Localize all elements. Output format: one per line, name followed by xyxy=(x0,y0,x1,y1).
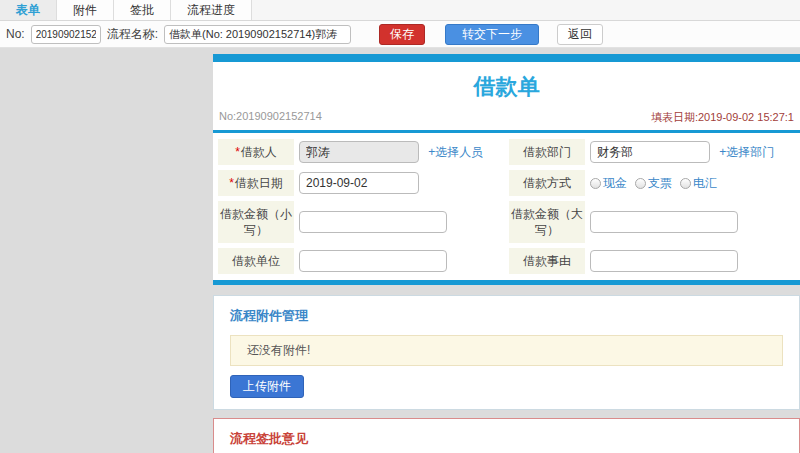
table-row: 借款单位 借款事由 xyxy=(218,248,795,274)
borrower-label-cell: *借款人 xyxy=(218,139,294,165)
amount-small-field-cell xyxy=(299,201,504,243)
amount-small-label: 借款金额（小写） xyxy=(220,207,292,237)
date-label: 借款日期 xyxy=(235,176,283,190)
tab-attachments[interactable]: 附件 xyxy=(57,0,114,20)
attachments-panel: 流程附件管理 还没有附件! 上传附件 xyxy=(213,295,800,410)
amount-big-label-cell: 借款金额（大写） xyxy=(509,201,585,243)
tab-process-progress[interactable]: 流程进度 xyxy=(171,0,252,20)
date-label-cell: *借款日期 xyxy=(218,170,294,196)
method-label-cell: 借款方式 xyxy=(509,170,585,196)
dept-input[interactable] xyxy=(590,141,710,163)
select-dept-link[interactable]: +选择部门 xyxy=(719,145,774,159)
action-toolbar: No: 流程名称: 保存 转交下一步 返回 xyxy=(0,21,800,48)
reason-field-cell xyxy=(590,248,795,274)
unit-label: 借款单位 xyxy=(232,254,280,268)
main-content: 借款单 No:20190902152714 填表日期:2019-09-02 15… xyxy=(213,54,800,453)
select-person-link[interactable]: +选择人员 xyxy=(428,145,483,159)
no-input[interactable] xyxy=(31,25,101,44)
unit-label-cell: 借款单位 xyxy=(218,248,294,274)
date-field-cell xyxy=(299,170,504,196)
radio-cash-label: 现金 xyxy=(603,175,627,192)
loan-method-radio-group: 现金 支票 电汇 xyxy=(590,175,795,192)
amount-small-label-cell: 借款金额（小写） xyxy=(218,201,294,243)
reason-label: 借款事由 xyxy=(523,254,571,268)
approval-panel: 流程签批意见 B I abc xyxy=(213,418,800,453)
loan-form-table: *借款人 +选择人员 借款部门 +选择部门 *借款日期 xyxy=(213,134,800,279)
radio-cash[interactable]: 现金 xyxy=(590,175,627,192)
table-row: *借款日期 借款方式 现金 支票 xyxy=(218,170,795,196)
form-meta-row: No:20190902152714 填表日期:2019-09-02 15:27:… xyxy=(213,110,800,130)
method-label: 借款方式 xyxy=(523,176,571,190)
reason-label-cell: 借款事由 xyxy=(509,248,585,274)
radio-check-label: 支票 xyxy=(648,175,672,192)
tab-approval[interactable]: 签批 xyxy=(114,0,171,20)
amount-big-label: 借款金额（大写） xyxy=(511,207,583,237)
dept-label: 借款部门 xyxy=(523,145,571,159)
form-number: No:20190902152714 xyxy=(219,110,322,125)
loan-date-input[interactable] xyxy=(299,172,419,194)
radio-wire-label: 电汇 xyxy=(693,175,717,192)
attachments-title: 流程附件管理 xyxy=(230,307,783,325)
process-name-label: 流程名称: xyxy=(107,26,158,43)
page-title: 借款单 xyxy=(213,62,800,110)
method-field-cell: 现金 支票 电汇 xyxy=(590,170,795,196)
fill-date: 填表日期:2019-09-02 15:27:1 xyxy=(651,110,794,125)
save-button[interactable]: 保存 xyxy=(379,24,425,45)
panel-bottom-bar xyxy=(213,280,800,285)
tab-form[interactable]: 表单 xyxy=(0,0,57,20)
tab-bar: 表单 附件 签批 流程进度 xyxy=(0,0,800,21)
loan-form-panel: 借款单 No:20190902152714 填表日期:2019-09-02 15… xyxy=(213,54,800,285)
process-name-input[interactable] xyxy=(164,25,351,44)
amount-big-field-cell xyxy=(590,201,795,243)
divider xyxy=(213,130,800,133)
approval-title: 流程签批意见 xyxy=(230,430,783,448)
next-step-button[interactable]: 转交下一步 xyxy=(445,24,539,45)
table-row: 借款金额（小写） 借款金额（大写） xyxy=(218,201,795,243)
radio-check[interactable]: 支票 xyxy=(635,175,672,192)
unit-field-cell xyxy=(299,248,504,274)
panel-top-bar xyxy=(213,54,800,62)
dept-field-cell: +选择部门 xyxy=(590,139,795,165)
amount-small-input[interactable] xyxy=(299,211,447,233)
borrower-label: 借款人 xyxy=(241,145,277,159)
required-mark: * xyxy=(235,145,240,159)
loan-reason-input[interactable] xyxy=(590,250,738,272)
radio-icon xyxy=(680,178,691,189)
loan-unit-input[interactable] xyxy=(299,250,447,272)
required-mark: * xyxy=(229,176,234,190)
radio-icon xyxy=(590,178,601,189)
radio-wire[interactable]: 电汇 xyxy=(680,175,717,192)
no-attachments-alert: 还没有附件! xyxy=(230,335,783,366)
back-button[interactable]: 返回 xyxy=(557,24,603,45)
no-label: No: xyxy=(6,27,25,41)
dept-label-cell: 借款部门 xyxy=(509,139,585,165)
borrower-input[interactable] xyxy=(299,141,419,163)
table-row: *借款人 +选择人员 借款部门 +选择部门 xyxy=(218,139,795,165)
amount-big-input[interactable] xyxy=(590,211,738,233)
radio-icon xyxy=(635,178,646,189)
borrower-field-cell: +选择人员 xyxy=(299,139,504,165)
upload-attachment-button[interactable]: 上传附件 xyxy=(230,375,304,398)
